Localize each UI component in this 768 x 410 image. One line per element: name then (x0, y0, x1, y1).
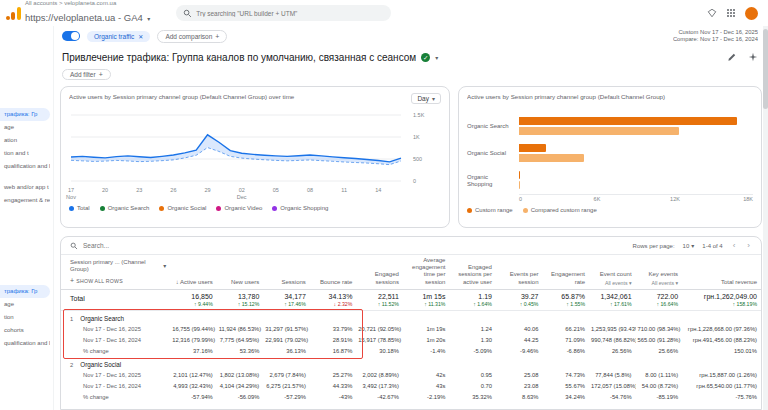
avatar[interactable] (745, 7, 758, 20)
sidebar-item[interactable]: tion (0, 311, 50, 324)
y-tick-label: 0 (413, 178, 416, 184)
legend-item[interactable]: Organic Search (100, 205, 150, 211)
apps-grid-icon[interactable] (726, 8, 736, 18)
bar-compared[interactable] (519, 154, 584, 162)
comparison-toggle[interactable] (62, 31, 80, 41)
header-search[interactable] (176, 5, 391, 21)
total-cell: 1,342,061↑ 17.61% (589, 289, 636, 310)
bar-chart-legend: Custom rangeCompared custom range (467, 207, 753, 213)
date-range-selector[interactable]: Custom Nov 17 - Dec 16, 2025 Compare: No… (673, 29, 758, 43)
chevron-down-icon: ▾ (147, 16, 150, 22)
close-icon[interactable]: ✕ (138, 33, 143, 40)
dimension-column-header[interactable]: Session primary ... (Channel Group) ▾ + … (61, 255, 170, 289)
sidebar-item[interactable]: ation (0, 134, 50, 147)
column-header-engaged-sessions[interactable]: Engaged sessions (356, 255, 403, 289)
sidebar-item-active[interactable]: трафика: Гр (0, 285, 50, 298)
rows-per-page-select[interactable]: 10 ▾ (683, 242, 695, 249)
scrollbar[interactable] (763, 26, 768, 410)
insights-icon[interactable] (748, 52, 758, 62)
total-cell: 16,850↑ 9.44% (170, 289, 217, 310)
interval-dropdown[interactable]: Day ▾ (411, 93, 441, 104)
data-table-card: Rows per page: 10 ▾ 1-4 of 4 ‹ › (60, 236, 762, 410)
column-header-sessions[interactable]: Sessions (263, 255, 310, 289)
bar-compared[interactable] (519, 127, 679, 135)
bar-category-label: Organic Social (467, 150, 519, 157)
search-input[interactable] (196, 10, 384, 17)
total-cell: 39.27↑ 0.45% (496, 289, 543, 310)
table-total-row: Total 16,850↑ 9.44%13,780↑ 15.12%34,177↑… (61, 289, 761, 310)
prev-page-icon[interactable]: ‹ (731, 241, 738, 250)
chevron-down-icon[interactable]: ▾ (435, 54, 438, 61)
edit-icon[interactable] (727, 52, 737, 62)
analytics-logo[interactable] (6, 7, 21, 20)
table-toolbar: Rows per page: 10 ▾ 1-4 of 4 ‹ › (61, 237, 761, 255)
bar-current[interactable] (519, 117, 737, 125)
compare-range-label: Compare: Nov 17 - Dec 16, 2024 (673, 36, 758, 43)
bar-chart-card: Active users by Session primary channel … (458, 86, 762, 228)
sidebar-item[interactable]: tion and t (0, 147, 50, 160)
sidebar-item-active[interactable]: трафика: Гр (0, 108, 50, 121)
legend-item[interactable]: Organic Shopping (272, 205, 328, 211)
dimension-header-label: Session primary ... (Channel Group) (70, 259, 160, 273)
y-tick-label: 1K (413, 134, 420, 140)
bar-compared[interactable] (519, 181, 520, 189)
column-header-event-count[interactable]: Event countAll events ▾ (589, 255, 636, 289)
column-header-events-per-session[interactable]: Events per session (496, 255, 543, 289)
pagination-range: 1-4 of 4 (702, 243, 722, 249)
column-header-engaged-sessions-per-active-user[interactable]: Engaged sessions per active user (449, 255, 496, 289)
sidebar-item[interactable]: cohorts (0, 324, 50, 337)
sidebar-item[interactable]: engagement & rete (0, 194, 50, 207)
x-tick-label: 29 (200, 187, 216, 194)
total-cell: 65.87%↑ 1.55% (542, 289, 589, 310)
legend-item[interactable]: Compared custom range (523, 207, 597, 213)
filter-chip-organic-traffic[interactable]: Organic traffic ✕ (87, 31, 150, 42)
total-cell: 722.00↑ 16.64% (636, 289, 683, 310)
add-comparison-button[interactable]: Add comparison + (157, 30, 227, 43)
next-page-icon[interactable]: › (745, 241, 752, 250)
scrollbar-thumb[interactable] (763, 29, 768, 109)
x-tick-label: 11 (336, 187, 352, 194)
gem-icon[interactable] (707, 8, 717, 18)
app-header: All accounts > veloplaneta.com.ua https:… (0, 0, 768, 26)
sidebar-item[interactable]: age (0, 298, 50, 311)
property-selector[interactable]: https://veloplaneta.ua - GA4 (25, 12, 143, 23)
y-tick-label: 1.5K (413, 112, 424, 118)
legend-item[interactable]: Total (69, 205, 90, 211)
show-all-rows-button[interactable]: + SHOW ALL ROWS (70, 277, 166, 285)
sidebar-item[interactable]: qualification and l (0, 160, 50, 173)
y-tick-label: 500 (413, 156, 422, 162)
table-group-row[interactable]: 1Organic Search (61, 310, 761, 324)
interval-value: Day (417, 95, 429, 102)
legend-item[interactable]: Organic Video (216, 205, 262, 211)
column-header-engagement-rate[interactable]: Engagement rate (542, 255, 589, 289)
table-sub-row: Nov 17 - Dec 16, 202516,755 (99.44%)11,9… (61, 324, 761, 335)
table-group-row[interactable]: 2Organic Social (61, 357, 761, 370)
report-content: Привлечение трафика: Группа каналов по у… (54, 46, 768, 410)
sidebar-item[interactable]: qualification and l (0, 337, 50, 350)
bar-current[interactable] (519, 171, 520, 179)
sidebar-nav: трафика: Грageationtion and tqualificati… (0, 26, 53, 350)
bar-current[interactable] (519, 144, 546, 152)
x-tick-label: 23 (131, 187, 147, 194)
column-header-average-engagement-time-per-session[interactable]: Average engagement time per session (403, 255, 450, 289)
legend-item[interactable]: Organic Social (159, 205, 206, 211)
legend-item[interactable]: Custom range (467, 207, 513, 213)
table-sub-row: Nov 17 - Dec 16, 20244,993 (32.43%)4,104… (61, 381, 761, 392)
column-header-new-users[interactable]: New users (217, 255, 264, 289)
bar-row: Organic Shopping (467, 167, 753, 194)
table-search-input[interactable] (83, 242, 193, 249)
x-tick-label: 6K (594, 196, 601, 202)
x-tick-label: 14 (370, 187, 386, 194)
account-property: All accounts > veloplaneta.com.ua https:… (25, 0, 150, 25)
sidebar-item[interactable]: age (0, 121, 50, 134)
column-header-total-revenue[interactable]: Total revenue (682, 255, 761, 289)
sidebar-item[interactable]: web and/or app t (0, 181, 50, 194)
column-header-active-users[interactable]: ↓ Active users (170, 255, 217, 289)
column-header-bounce-rate[interactable]: Bounce rate (310, 255, 357, 289)
add-filter-button[interactable]: Add filter + (62, 69, 111, 80)
breadcrumb[interactable]: All accounts > veloplaneta.com.ua (25, 0, 150, 7)
table-header-row: Session primary ... (Channel Group) ▾ + … (61, 255, 761, 289)
column-header-key-events[interactable]: Key eventsAll events ▾ (636, 255, 683, 289)
total-cell: 22,511↑ 11.52% (356, 289, 403, 310)
plus-icon: + (99, 71, 103, 78)
